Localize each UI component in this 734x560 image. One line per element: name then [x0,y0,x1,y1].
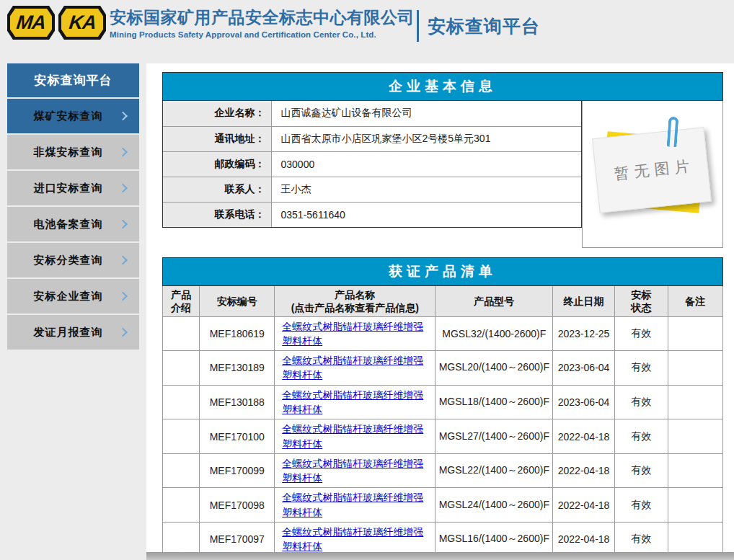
cert-number-cell: MEF180619 [200,316,275,351]
logo-badge-ka: KA [58,6,106,40]
product-intro-cell [163,523,200,556]
note-cell [668,351,722,386]
logo-text-ma: MA [16,13,47,32]
product-name-cell: 全螺纹式树脂锚杆玻璃纤维增强塑料杆体 [275,419,435,454]
field-value: 山西诚鑫达矿山设备有限公司 [271,101,581,126]
column-header-row: 产品介绍安标编号产品名称(点击产品名称查看产品信息)产品型号终止日期安标状态备注 [163,286,722,316]
paperclip-icon [667,117,679,148]
placeholder-text: 暂无图片 [608,156,695,185]
company-info-table: 企业名称：山西诚鑫达矿山设备有限公司通讯地址：山西省太原市小店区巩家堡小区2号楼… [163,101,581,227]
sidebar-item-non-coal-query[interactable]: 非煤安标查询 [7,135,139,169]
end-date-cell: 2023-06-04 [553,385,615,419]
chevron-right-icon [118,184,128,193]
chevron-right-icon [118,112,128,121]
company-info-section: 企业基本信息 企业名称：山西诚鑫达矿山设备有限公司通讯地址：山西省太原市小店区巩… [162,72,723,248]
product-table-body: MEF180619全螺纹式树脂锚杆玻璃纤维增强塑料杆体MGSL32/(1400-… [163,316,722,556]
status-cell: 有效 [614,453,668,488]
product-name-cell: 全螺纹式树脂锚杆玻璃纤维增强塑料杆体 [275,351,435,386]
cert-number-cell: MEF170100 [200,419,275,454]
sidebar-title: 安标查询平台 [7,63,139,97]
product-model-cell: MGSL24/(1400～2600)F [435,488,553,523]
note-cell [668,316,722,351]
company-info-table-wrap: 企业名称：山西诚鑫达矿山设备有限公司通讯地址：山西省太原市小店区巩家堡小区2号楼… [162,101,582,228]
table-row: MEF170099全螺纹式树脂锚杆玻璃纤维增强塑料杆体MGSL22/(1400～… [163,453,722,488]
note-cell [668,385,722,419]
info-row: 通讯地址：山西省太原市小店区巩家堡小区2号楼5单元301 [163,126,581,151]
product-model-cell: MGSL22/(1400～2600)F [435,453,553,488]
logo-badge-ma: MA [7,6,55,40]
status-cell: 有效 [614,385,668,419]
product-intro-cell [163,316,200,351]
sidebar-item-import-query[interactable]: 进口安标查询 [7,171,139,205]
sidebar-item-label: 安标企业查询 [34,279,103,314]
chevron-right-icon [118,256,128,265]
product-name-link[interactable]: 全螺纹式树脂锚杆玻璃纤维增强塑料杆体 [282,526,423,552]
product-name-cell: 全螺纹式树脂锚杆玻璃纤维增强塑料杆体 [275,316,435,351]
end-date-cell: 2023-06-04 [553,351,615,386]
note-cell [668,419,722,454]
table-row: MEF180619全螺纹式树脂锚杆玻璃纤维增强塑料杆体MGSL32/(1400-… [163,316,722,351]
table-row: MEF170097全螺纹式树脂锚杆玻璃纤维增强塑料杆体MGSL16/(1400～… [163,523,722,556]
product-model-cell: MGSL32/(1400-2600)F [435,316,553,351]
company-name-zh: 安标国家矿用产品安全标志中心有限公司 [110,6,415,28]
product-name-link[interactable]: 全螺纹式树脂锚杆玻璃纤维增强塑料杆体 [282,321,423,347]
company-name-en: Mining Products Safety Approval and Cert… [110,30,415,39]
product-model-cell: MGSL20/(1400～2600)F [435,351,553,386]
sidebar-item-enterprise-query[interactable]: 安标企业查询 [7,279,139,314]
field-label: 邮政编码： [163,151,271,177]
cert-number-cell: MEF170098 [200,488,275,523]
status-cell: 有效 [614,316,668,351]
company-info-tbody: 企业名称：山西诚鑫达矿山设备有限公司通讯地址：山西省太原市小店区巩家堡小区2号楼… [163,101,581,227]
note-cell [668,488,722,523]
logo-badge-ka-inner: KA [61,9,103,37]
product-table: 产品介绍安标编号产品名称(点击产品名称查看产品信息)产品型号终止日期安标状态备注… [163,286,722,556]
sidebar-item-label: 进口安标查询 [34,171,103,205]
company-info-body: 企业名称：山西诚鑫达矿山设备有限公司通讯地址：山西省太原市小店区巩家堡小区2号楼… [162,101,723,248]
column-header-cert_no: 安标编号 [200,286,275,316]
sidebar-item-label: 电池备案查询 [34,207,103,241]
product-name-link[interactable]: 全螺纹式树脂锚杆玻璃纤维增强塑料杆体 [282,423,423,449]
product-name-link[interactable]: 全螺纹式树脂锚杆玻璃纤维增强塑料杆体 [282,492,423,517]
info-row: 邮政编码：030000 [163,151,581,177]
cert-number-cell: MEF170097 [200,523,275,556]
field-label: 通讯地址： [163,126,271,151]
field-value: 山西省太原市小店区巩家堡小区2号楼5单元301 [271,126,581,151]
sidebar-item-monthly-report-query[interactable]: 发证月报查询 [7,315,139,350]
field-label: 联系人： [163,177,271,202]
note-cell [668,523,722,556]
cert-number-cell: MEF130188 [200,385,275,419]
status-cell: 有效 [614,523,668,556]
column-header-status: 安标状态 [614,286,668,316]
status-cell: 有效 [614,351,668,386]
product-intro-cell [163,385,200,419]
sidebar-item-label: 发证月报查询 [34,315,103,350]
column-header-name: 产品名称(点击产品名称查看产品信息) [275,286,435,316]
product-name-link[interactable]: 全螺纹式树脂锚杆玻璃纤维增强塑料杆体 [282,389,423,415]
chevron-right-icon [118,220,128,229]
end-date-cell: 2023-12-25 [553,316,615,351]
note-cell [668,453,722,488]
table-row: MEF130188全螺纹式树脂锚杆玻璃纤维增强塑料杆体MGSL18/(1400～… [163,385,722,419]
field-value: 030000 [271,151,581,177]
product-name-cell: 全螺纹式树脂锚杆玻璃纤维增强塑料杆体 [275,385,435,419]
product-intro-cell [163,351,200,386]
product-table-wrap: 产品介绍安标编号产品名称(点击产品名称查看产品信息)产品型号终止日期安标状态备注… [162,286,723,557]
table-row: MEF130189全螺纹式树脂锚杆玻璃纤维增强塑料杆体MGSL20/(1400～… [163,351,722,386]
sidebar-item-category-query[interactable]: 安标分类查询 [7,243,139,277]
chevron-right-icon [118,148,128,157]
sidebar-item-coal-mine-query[interactable]: 煤矿安标查询 [7,99,139,133]
column-header-model: 产品型号 [435,286,553,316]
sidebar-item-battery-record-query[interactable]: 电池备案查询 [7,207,139,241]
end-date-cell: 2022-04-18 [553,523,615,556]
product-name-link[interactable]: 全螺纹式树脂锚杆玻璃纤维增强塑料杆体 [282,458,423,484]
product-name-cell: 全螺纹式树脂锚杆玻璃纤维增强塑料杆体 [275,488,435,523]
product-name-link[interactable]: 全螺纹式树脂锚杆玻璃纤维增强塑料杆体 [282,355,423,381]
title-block: 安标国家矿用产品安全标志中心有限公司 Mining Products Safet… [110,6,415,39]
info-row: 企业名称：山西诚鑫达矿山设备有限公司 [163,101,581,126]
sidebar-item-label: 煤矿安标查询 [34,99,103,133]
product-model-cell: MGSL27/(1400～2600)F [435,419,553,454]
end-date-cell: 2022-04-18 [553,488,615,523]
product-intro-cell [163,488,200,523]
platform-title: 安标查询平台 [428,10,540,42]
field-value: 0351-5611640 [271,202,581,227]
